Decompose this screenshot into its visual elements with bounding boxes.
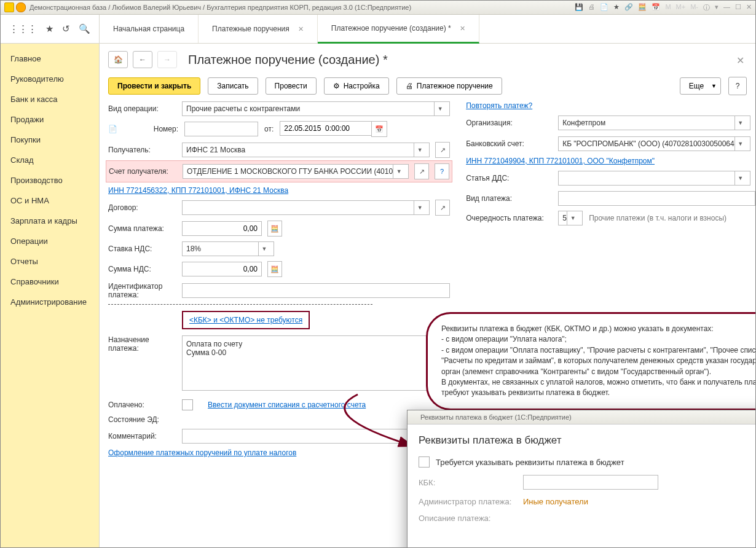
kbk-link[interactable]: <КБК> и <ОКТМО> не требуются	[189, 316, 302, 324]
print-icon[interactable]: 🖨	[588, 3, 595, 12]
close-page-icon[interactable]: ✕	[736, 55, 744, 66]
paid-link[interactable]: Ввести документ списания с расчетного сч…	[208, 401, 366, 409]
open-icon[interactable]: ↗	[435, 200, 450, 216]
require-checkbox[interactable]	[419, 456, 430, 468]
open-icon[interactable]: ↗	[435, 142, 450, 158]
contract-label: Договор:	[108, 203, 176, 212]
close-icon[interactable]: ✕	[298, 25, 304, 33]
maximize-icon[interactable]: ☐	[735, 3, 741, 12]
number-input[interactable]	[184, 122, 258, 136]
favorite-icon[interactable]: ★	[45, 23, 53, 34]
chevron-down-icon[interactable]: ▼	[734, 137, 746, 151]
chevron-down-icon[interactable]: ▼	[734, 171, 746, 185]
recipient-bank-select[interactable]: ОТДЕЛЕНИЕ 1 МОСКОВСКОГО ГТУ БАНКА РОССИИ…	[183, 164, 409, 179]
calc-icon[interactable]: 🧮	[267, 221, 282, 237]
date-input[interactable]: 📅	[280, 121, 387, 137]
vat-sum-input[interactable]	[182, 262, 262, 276]
help-button[interactable]: ?	[728, 77, 747, 95]
settings-button[interactable]: ⚙Настройка	[324, 77, 389, 95]
chevron-down-icon[interactable]: ▼	[414, 143, 425, 157]
org-label: Организация:	[466, 119, 552, 127]
dropdown-icon[interactable]: ▾	[715, 3, 719, 12]
bank-acct-select[interactable]: КБ "РОСПРОМБАНК" (ООО) (4070281003005006…	[558, 136, 750, 151]
close-icon[interactable]: ✕	[460, 25, 465, 33]
ident-input[interactable]	[182, 283, 450, 298]
paid-checkbox[interactable]	[182, 399, 193, 410]
sidebar-item-reports[interactable]: Отчеты	[1, 251, 99, 272]
calc-icon[interactable]: 🧮	[638, 3, 647, 12]
more-button[interactable]: Еще ▼	[680, 77, 721, 95]
minimize-icon[interactable]: —	[723, 3, 730, 12]
home-button[interactable]: 🏠	[108, 51, 128, 68]
comment-label: Комментарий:	[108, 432, 176, 440]
popup-budget: Реквизиты платежа в бюджет (1С:Предприят…	[407, 410, 755, 548]
pay-kind-select[interactable]: ▼	[558, 191, 755, 206]
org-select[interactable]: Конфетпром▼	[558, 115, 750, 130]
save-button[interactable]: Записать	[208, 77, 258, 95]
print-button[interactable]: 🖨Платежное поручение	[396, 77, 502, 95]
tab-payment-create[interactable]: Платежное поручение (создание) *✕	[318, 15, 479, 44]
inn-right-link[interactable]: ИНН 7721049904, КПП 772101001, ООО "Конф…	[466, 157, 655, 165]
m-plus-icon: M+	[676, 3, 686, 12]
chevron-down-icon[interactable]: ▼	[393, 165, 404, 178]
tab-payments[interactable]: Платежные поручения✕	[199, 15, 318, 43]
chevron-down-icon[interactable]: ▼	[414, 201, 425, 214]
tax-link[interactable]: Оформление платежных поручений по уплате…	[108, 448, 296, 457]
dds-select[interactable]: ▼	[558, 171, 750, 186]
page-title: Платежное поручение (создание) *	[188, 53, 388, 67]
recipient-select[interactable]: ИФНС 21 Москва ▼	[182, 143, 430, 157]
info-icon[interactable]: ⓘ	[703, 3, 710, 12]
post-button[interactable]: Провести	[266, 77, 317, 95]
calendar-icon[interactable]: 📅	[371, 121, 387, 137]
operation-select[interactable]: Прочие расчеты с контрагентами ▼	[182, 101, 450, 116]
sum-input[interactable]	[182, 221, 262, 236]
history-icon[interactable]: ↺	[62, 23, 70, 34]
purpose-textarea[interactable]: Оплата по счету Сумма 0-00	[182, 335, 450, 391]
calendar-icon[interactable]: 📅	[652, 3, 660, 12]
app-logo-icon	[411, 414, 418, 421]
sidebar-item-assets[interactable]: ОС и НМА	[1, 190, 99, 211]
forward-button[interactable]: →	[157, 51, 177, 68]
close-window-icon[interactable]: ✕	[746, 3, 752, 12]
app-title-bar: Демонстрационная база / Любимов Валерий …	[1, 1, 755, 15]
save-icon[interactable]: 💾	[575, 3, 583, 12]
sidebar-item-production[interactable]: Производство	[1, 170, 99, 190]
doc-icon[interactable]: 📄	[600, 3, 608, 12]
search-icon[interactable]: 🔍	[79, 23, 90, 34]
sidebar-item-operations[interactable]: Операции	[1, 231, 99, 251]
apps-icon[interactable]: ⋮⋮⋮	[9, 23, 37, 34]
from-label: от:	[264, 125, 274, 133]
calc-icon[interactable]: 🧮	[267, 261, 282, 277]
sidebar-item-stock[interactable]: Склад	[1, 150, 99, 170]
contract-select[interactable]: ▼	[182, 200, 430, 215]
chevron-down-icon[interactable]: ▼	[734, 116, 746, 130]
desc-label: Описание платежа:	[419, 514, 517, 523]
sidebar-item-admin[interactable]: Администрирование	[1, 292, 99, 312]
link-icon[interactable]: 🔗	[624, 3, 633, 12]
help-field-button[interactable]: ?	[435, 163, 449, 179]
chevron-down-icon[interactable]: ▼	[258, 242, 270, 256]
sidebar-item-director[interactable]: Руководителю	[1, 69, 99, 89]
back-button[interactable]: ←	[133, 51, 152, 68]
chevron-down-icon[interactable]: ▼	[434, 102, 446, 115]
repeat-link[interactable]: Повторять платеж?	[466, 101, 532, 110]
chevron-down-icon[interactable]: ▼	[567, 211, 578, 225]
sidebar-item-hr[interactable]: Зарплата и кадры	[1, 211, 99, 231]
tab-home[interactable]: Начальная страница	[100, 15, 199, 43]
vat-rate-select[interactable]: 18%▼	[182, 241, 274, 256]
doc-state-icon: 📄	[108, 125, 120, 133]
app-logo2-icon	[16, 2, 26, 12]
post-close-button[interactable]: Провести и закрыть	[108, 77, 200, 95]
inn-left-link[interactable]: ИНН 7721456322, КПП 772101001, ИФНС 21 М…	[108, 186, 288, 195]
chevron-down-icon[interactable]: ▼	[755, 192, 755, 205]
open-icon[interactable]: ↗	[414, 163, 429, 179]
priority-hint: Прочие платежи (в т.ч. налоги и взносы)	[589, 214, 726, 222]
priority-select[interactable]: 5▼	[558, 211, 583, 225]
sidebar-item-main[interactable]: Главное	[1, 49, 99, 69]
sidebar-item-catalogs[interactable]: Справочники	[1, 272, 99, 292]
star-icon[interactable]: ★	[613, 3, 620, 12]
sidebar-item-sales[interactable]: Продажи	[1, 109, 99, 130]
sidebar-item-purchases[interactable]: Покупки	[1, 130, 99, 150]
sidebar-item-bank[interactable]: Банк и касса	[1, 89, 99, 109]
kbk-input[interactable]	[523, 475, 658, 490]
